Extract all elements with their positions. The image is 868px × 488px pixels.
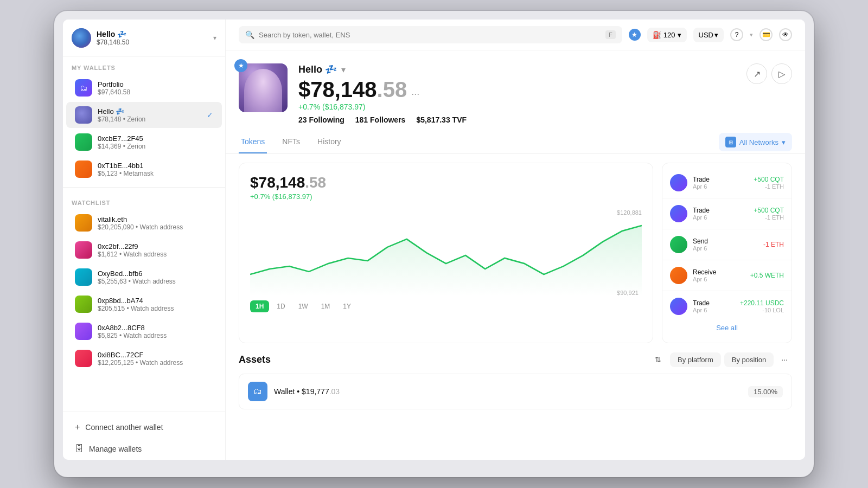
manage-wallets-button[interactable]: 🗄 Manage wallets (66, 439, 222, 459)
filter-by-position-button[interactable]: By position (724, 352, 774, 367)
chevron-down-icon: ▾ (213, 34, 216, 42)
assets-more-button[interactable]: ··· (777, 352, 792, 367)
sidebar-item-w4[interactable]: 0xp8bd...bA74 $205,515 • Watch address (66, 291, 222, 317)
currency-selector[interactable]: USD ▾ (693, 28, 724, 42)
wallet-icon: 🗄 (75, 444, 84, 454)
activity-item-1[interactable]: Trade Apr 6 +500 CQT -1 ETH (662, 170, 792, 196)
activity-item-3[interactable]: Send Apr 6 -1 ETH (662, 232, 792, 258)
content-area: $78,148.58 +0.7% ($16,873.97) (226, 154, 805, 352)
timeframe-1h[interactable]: 1H (250, 300, 269, 312)
connect-wallet-button[interactable]: + Connect another wallet (66, 417, 222, 438)
wallet-balance-ox1: $14,369 • Zerion (98, 143, 213, 150)
wallet-avatar-vitalik (75, 214, 92, 232)
sidebar-item-w6[interactable]: 0xi8BC...72CF $12,205,125 • Watch addres… (66, 345, 222, 371)
chart-fill (250, 226, 642, 296)
activity-icon-3 (670, 236, 687, 253)
tab-tokens[interactable]: Tokens (239, 131, 267, 153)
check-icon: ✓ (207, 111, 213, 119)
sidebar-item-hello[interactable]: Hello 💤 $78,148 • Zerion ✓ (66, 102, 222, 128)
activity-amount-3: -1 ETH (763, 241, 784, 248)
navigate-button[interactable]: ▷ (771, 63, 792, 84)
sidebar-header-avatar (72, 28, 91, 48)
activity-item-4[interactable]: Receive Apr 6 +0.5 WETH (662, 262, 792, 288)
activity-item-5[interactable]: Trade Apr 6 +220.11 USDC -10 LOL (662, 293, 792, 319)
chevron-help[interactable]: ▾ (750, 31, 753, 38)
search-kbd: F (605, 30, 616, 39)
help-chevron-icon: ▾ (750, 31, 753, 38)
activity-icon-5 (670, 298, 687, 315)
timeframe-1w[interactable]: 1W (293, 300, 314, 312)
networks-filter-button[interactable]: ⊞ All Networks ▾ (719, 133, 792, 151)
watchlist-label: WATCHLIST (63, 192, 225, 209)
wallet-name-ox2: 0xT1bE...4bb1 (98, 162, 213, 170)
timeframe-1y[interactable]: 1Y (337, 300, 356, 312)
gas-display[interactable]: ⛽ 120 ▾ (647, 28, 687, 42)
wallet-name-vitalik: vitalik.eth (98, 215, 213, 223)
sidebar-item-vitalik[interactable]: vitalik.eth $20,205,090 • Watch address (66, 210, 222, 236)
activity-type-1: Trade (693, 176, 748, 183)
following-stat[interactable]: 23 Following (298, 115, 344, 124)
connect-wallet-label: Connect another wallet (85, 423, 163, 432)
activity-amount-4: +0.5 WETH (750, 272, 784, 279)
timeframe-1d[interactable]: 1D (271, 300, 290, 312)
activity-type-5: Trade (693, 299, 735, 307)
activity-date-2: Apr 6 (693, 214, 748, 221)
wallet-balance-w3: $5,255,63 • Watch address (98, 278, 213, 285)
sidebar-item-ox1[interactable]: 0xcbE7...2F45 $14,369 • Zerion (66, 129, 222, 155)
chart-timeframe: 1H 1D 1W 1M 1Y (250, 300, 642, 312)
wallet-asset-info: Wallet • $19,777.03 (274, 387, 340, 396)
star-button[interactable]: ★ (629, 29, 641, 41)
wallet-name-w5: 0xA8b2...8CF8 (98, 324, 213, 332)
sidebar-item-ox2[interactable]: 0xT1bE...4bb1 $5,123 • Metamask (66, 156, 222, 182)
filter-by-platform-button[interactable]: By platform (670, 352, 721, 367)
sidebar-item-w5[interactable]: 0xA8b2...8CF8 $5,825 • Watch address (66, 318, 222, 344)
see-all-button[interactable]: See all (662, 319, 792, 336)
followers-stat[interactable]: 181 Followers (355, 115, 406, 124)
activity-card: Trade Apr 6 +500 CQT -1 ETH Trade (662, 163, 792, 343)
wallet-name-hello: Hello 💤 (98, 107, 205, 115)
profile-actions: ↗ ▷ (746, 63, 792, 84)
sidebar-header[interactable]: Hello 💤 $78,148.50 ▾ (63, 20, 225, 57)
activity-item-2[interactable]: Trade Apr 6 +500 CQT -1 ETH (662, 201, 792, 227)
timeframe-1m[interactable]: 1M (316, 300, 336, 312)
profile-name-chevron-icon[interactable]: ▾ (341, 65, 346, 75)
tab-history[interactable]: History (315, 131, 343, 153)
activity-amount-sub-1: -1 ETH (754, 183, 784, 190)
share-button[interactable]: ↗ (746, 63, 767, 84)
activity-icon-1 (670, 174, 687, 191)
search-input[interactable] (259, 31, 601, 39)
wallet-info-w3: OxyBed...bfb6 $5,255,63 • Watch address (98, 269, 213, 285)
sidebar-item-w2[interactable]: 0xc2bf...22f9 $1,612 • Watch address (66, 237, 222, 263)
wallet-avatar-w6 (75, 350, 92, 367)
eye-button[interactable]: 👁 (779, 28, 792, 41)
tab-nfts[interactable]: NFTs (280, 131, 302, 153)
wallet-balance-w4: $205,515 • Watch address (98, 305, 213, 312)
sidebar-item-w3[interactable]: OxyBed...bfb6 $5,255,63 • Watch address (66, 264, 222, 290)
chart-change: +0.7% ($16,873.97) (250, 192, 642, 201)
gas-icon: ⛽ (653, 31, 661, 39)
sidebar-item-portfolio[interactable]: 🗂 Portfolio $97,640.58 (66, 75, 222, 101)
profile-stats: 23 Following 181 Followers $5,817.33 TVF (298, 115, 736, 124)
toggle-view-button[interactable]: ⇅ (650, 352, 666, 367)
wallet-balance-ox2: $5,123 • Metamask (98, 170, 213, 177)
profile-avatar-container: ★ (239, 63, 288, 112)
profile-avatar-figure (244, 69, 282, 112)
activity-info-3: Send Apr 6 (693, 237, 758, 252)
profile-balance-whole: $78,148.58 (298, 78, 407, 101)
profile-name: Hello 💤 (298, 63, 337, 75)
profile-more-button[interactable]: ··· (411, 88, 419, 100)
search-bar[interactable]: 🔍 F (239, 26, 622, 43)
sidebar-bottom-divider (63, 412, 225, 412)
wallet-info-w5: 0xA8b2...8CF8 $5,825 • Watch address (98, 324, 213, 339)
wallet-avatar-portfolio: 🗂 (75, 79, 92, 97)
assets-header: Assets ⇅ By platform By position ··· (239, 352, 792, 367)
activity-type-4: Receive (693, 268, 745, 276)
wallet-name-w2: 0xc2bf...22f9 (98, 242, 213, 251)
profile-name-row: Hello 💤 ▾ (298, 63, 736, 75)
activity-amount-sub-2: -1 ETH (754, 214, 784, 221)
profile-change: +0.7% ($16,873.97) (298, 102, 736, 111)
wallet-avatar-w5 (75, 323, 92, 340)
help-button[interactable]: ? (730, 28, 743, 41)
card-button[interactable]: 💳 (760, 28, 773, 41)
activity-amount-main-1: +500 CQT (754, 176, 784, 183)
